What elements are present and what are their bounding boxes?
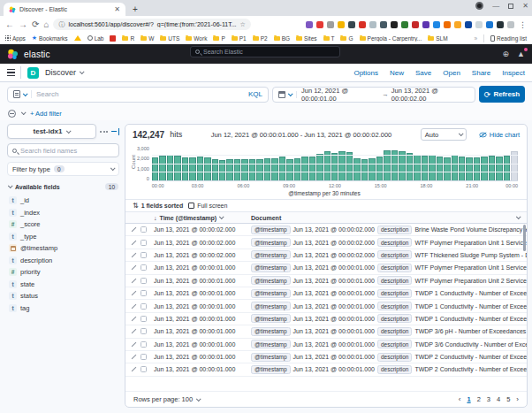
- next-page-button[interactable]: ›: [516, 395, 519, 403]
- page-number-3[interactable]: 3: [487, 395, 490, 403]
- bookmark-item[interactable]: Work: [186, 35, 207, 42]
- row-checkbox[interactable]: [141, 290, 147, 296]
- nav-link-inspect[interactable]: Inspect: [502, 69, 525, 77]
- new-tab-button[interactable]: +: [133, 3, 138, 16]
- bookmark-item[interactable]: Apps: [5, 35, 26, 42]
- date-range-picker[interactable]: Jun 12, 2021 @ 00:00:01.00 → Jun 13, 202…: [272, 87, 475, 103]
- full-screen-button[interactable]: Full screen: [188, 203, 227, 209]
- expand-document-icon[interactable]: [132, 253, 137, 258]
- bookmark-item[interactable]: G: [340, 35, 353, 42]
- bookmark-item[interactable]: UTS: [160, 35, 179, 42]
- expand-document-icon[interactable]: [132, 355, 137, 360]
- address-bar[interactable]: ⓘ localhost:5601/app/discover#/?_g=(time…: [53, 19, 250, 30]
- site-info-icon[interactable]: ⓘ: [58, 20, 65, 29]
- breadcrumb[interactable]: Discover: [45, 68, 83, 77]
- histogram-bar[interactable]: [167, 155, 173, 180]
- row-checkbox[interactable]: [141, 252, 147, 258]
- index-pattern-options-icon[interactable]: [100, 131, 108, 133]
- alerts-icon[interactable]: ▲: [517, 50, 525, 58]
- extension-icon[interactable]: [422, 21, 429, 28]
- histogram-bar[interactable]: [466, 157, 472, 180]
- saved-query-menu-button[interactable]: [13, 90, 32, 98]
- menu-icon[interactable]: [7, 66, 21, 79]
- extension-icon[interactable]: [306, 21, 313, 28]
- expand-document-icon[interactable]: [132, 317, 137, 322]
- histogram-bar[interactable]: [189, 157, 195, 180]
- nav-link-options[interactable]: Options: [353, 69, 378, 77]
- browser-tab[interactable]: Discover - Elastic ✕: [4, 3, 125, 16]
- bookmark-item[interactable]: ★Bookmarks: [32, 34, 68, 42]
- expand-document-icon[interactable]: [132, 265, 137, 271]
- extension-icon[interactable]: [465, 21, 472, 28]
- row-checkbox[interactable]: [141, 316, 147, 322]
- row-checkbox[interactable]: [141, 366, 147, 372]
- histogram-bar[interactable]: [346, 152, 353, 180]
- histogram-bar[interactable]: [444, 157, 450, 180]
- reload-button[interactable]: ⟳: [32, 19, 39, 29]
- global-search-input[interactable]: Search Elastic: [190, 46, 340, 57]
- histogram-bar[interactable]: [226, 159, 232, 180]
- extension-icon[interactable]: [327, 21, 334, 28]
- rows-per-page-button[interactable]: Rows per page: 100: [133, 395, 200, 403]
- elastic-logo[interactable]: [7, 49, 19, 60]
- histogram-bar[interactable]: [414, 155, 420, 180]
- field-item[interactable]: t_id: [9, 196, 119, 204]
- field-item[interactable]: #_score: [9, 220, 119, 228]
- expand-document-icon[interactable]: [132, 240, 137, 245]
- field-item[interactable]: t_index: [9, 209, 119, 217]
- extension-icon[interactable]: [486, 21, 493, 28]
- histogram-bar[interactable]: [474, 157, 480, 180]
- histogram-bar[interactable]: [481, 157, 487, 180]
- date-from[interactable]: Jun 12, 2021 @ 00:00:01.00: [301, 87, 379, 103]
- nav-link-new[interactable]: New: [390, 69, 404, 77]
- field-item[interactable]: tstatus: [9, 292, 119, 300]
- extension-icon[interactable]: [497, 21, 504, 28]
- histogram-bar[interactable]: [331, 153, 338, 180]
- expand-document-icon[interactable]: [132, 227, 137, 233]
- extension-icon[interactable]: [475, 21, 483, 28]
- interval-select[interactable]: Auto: [421, 128, 467, 141]
- row-checkbox[interactable]: [141, 278, 147, 284]
- date-to[interactable]: Jun 13, 2021 @ 00:00:02.00: [391, 87, 469, 103]
- field-item[interactable]: @timestamp: [9, 244, 119, 252]
- histogram-bar[interactable]: [316, 154, 323, 180]
- page-number-4[interactable]: 4: [497, 395, 500, 403]
- bookmark-item[interactable]: W: [141, 35, 154, 42]
- hide-chart-button[interactable]: Hide chart: [479, 131, 520, 139]
- extension-icon[interactable]: [507, 21, 514, 28]
- histogram-bar[interactable]: [182, 157, 188, 180]
- query-bar[interactable]: Search KQL: [7, 87, 269, 103]
- row-checkbox[interactable]: [141, 328, 147, 334]
- extension-icon[interactable]: [444, 21, 451, 28]
- extension-icon[interactable]: [412, 21, 419, 28]
- close-window-button[interactable]: ✕: [522, 2, 528, 10]
- bookmark-item[interactable]: [110, 35, 116, 42]
- histogram-bar[interactable]: [152, 157, 158, 180]
- histogram-bar[interactable]: [204, 157, 210, 180]
- extension-icon[interactable]: [348, 21, 355, 28]
- extension-icon[interactable]: [391, 21, 398, 28]
- browser-menu-icon[interactable]: ⋮: [519, 20, 527, 29]
- histogram-bar[interactable]: [301, 157, 308, 180]
- extension-icon[interactable]: [338, 21, 345, 28]
- filter-options-icon[interactable]: [8, 110, 16, 118]
- histogram-bar[interactable]: [369, 158, 375, 180]
- extension-icon[interactable]: [369, 21, 376, 28]
- bookmark-item[interactable]: Pergola - Carpentry...: [360, 35, 422, 42]
- field-item[interactable]: tdescription: [9, 256, 119, 264]
- histogram-bar[interactable]: [249, 159, 255, 180]
- bookmark-item[interactable]: P: [213, 35, 224, 42]
- back-button[interactable]: ←: [5, 19, 14, 29]
- field-search-input[interactable]: Search field names: [7, 143, 119, 157]
- bookmark-item[interactable]: P2: [253, 35, 268, 42]
- profile-avatar[interactable]: [475, 2, 483, 10]
- page-number-2[interactable]: 2: [477, 395, 481, 403]
- histogram-bar[interactable]: [353, 158, 360, 180]
- refresh-button[interactable]: ⟳ Refresh: [479, 86, 525, 103]
- extension-icon[interactable]: [380, 21, 387, 28]
- histogram-bar[interactable]: [174, 156, 180, 180]
- histogram-bar[interactable]: [422, 156, 428, 180]
- row-checkbox[interactable]: [141, 264, 147, 271]
- bookmark-item[interactable]: BG: [274, 35, 290, 42]
- histogram-bar[interactable]: [159, 156, 165, 180]
